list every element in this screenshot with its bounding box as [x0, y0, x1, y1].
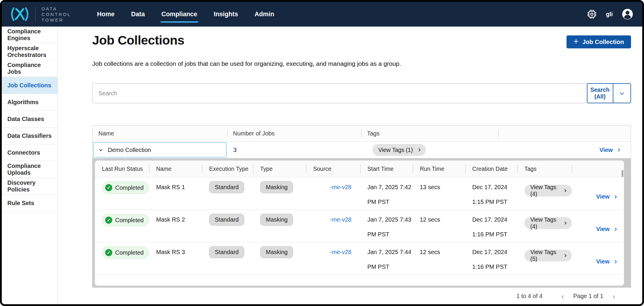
collection-expand-toggle[interactable]: Demo Collection: [93, 142, 227, 158]
sidebar-item-hyperscale-orchestrators[interactable]: Hyperscale Orchestrators: [2, 43, 57, 60]
sidebar-item-data-classifiers[interactable]: Data Classifiers: [2, 127, 57, 144]
nav-item-compliance[interactable]: Compliance: [161, 11, 197, 18]
job-run-time: 12 secs: [413, 249, 465, 274]
job-tags-cell: View Tags (4): [517, 216, 572, 242]
job-status-cell: Completed: [95, 184, 149, 210]
job-tags-cell: View Tags (5): [517, 249, 572, 274]
chevron-right-icon: [563, 222, 567, 225]
chevron-left-icon: [562, 295, 565, 298]
source-link[interactable]: -me-v28: [330, 184, 351, 190]
collection-tags-cell: View Tags (1): [361, 144, 498, 156]
job-creation-date: Dec 17, 2024 1:15 PM PST: [465, 184, 517, 210]
job-view-cell: View: [572, 249, 624, 274]
next-page-button[interactable]: [611, 292, 616, 301]
job-tags-cell: View Tags (4): [517, 184, 572, 210]
sidebar-item-rule-sets[interactable]: Rule Sets: [2, 195, 57, 212]
status-badge: Completed: [102, 181, 149, 194]
collection-view-cell: View: [498, 147, 631, 153]
sidebar-item-discovery-policies[interactable]: Discovery Policies: [2, 178, 57, 195]
expanded-jobs-region: Last Run Status Name Execution Type Type…: [93, 158, 631, 287]
job-source-cell: -me-v28: [306, 249, 360, 274]
chevron-down-icon: [620, 91, 624, 95]
column-header-tags: Tags: [361, 130, 498, 137]
main-content: Job Collections + Job Collection Job col…: [58, 27, 642, 304]
sidebar-item-compliance-jobs[interactable]: Compliance Jobs: [2, 60, 57, 77]
sidebar-item-compliance-engines[interactable]: Compliance Engines: [2, 27, 57, 43]
cpu-icon[interactable]: [587, 9, 597, 19]
source-link[interactable]: -me-v28: [330, 249, 351, 255]
chevron-right-icon: [563, 189, 567, 192]
brand: DATA CONTROL TOWER: [9, 5, 71, 23]
previous-page-button[interactable]: [561, 292, 566, 301]
job-start-time: Jan 7, 2025 7:43 PM PST: [360, 216, 413, 242]
search-bar: Search (All): [92, 83, 631, 103]
column-header-number-of-jobs: Number of Jobs: [227, 130, 361, 137]
job-status-cell: Completed: [95, 216, 149, 242]
pagination-bar: 1 to 4 of 4 Page 1 of 1: [92, 288, 631, 304]
job-row: Completed Mask RS 1 Standard Masking: [95, 177, 624, 210]
collection-row: Demo Collection 3 View Tags (1): [93, 142, 631, 158]
execution-type-badge: Standard: [209, 214, 244, 226]
job-view-link[interactable]: View: [596, 184, 616, 210]
type-badge: Masking: [260, 214, 293, 226]
navbar-right: gli: [587, 8, 633, 20]
job-view-link[interactable]: View: [596, 216, 616, 242]
check-circle-icon: [105, 184, 112, 191]
job-row: Completed Mask RS 2 Standard Masking: [95, 210, 624, 242]
nav-item-data[interactable]: Data: [131, 11, 145, 18]
job-creation-date: Dec 17, 2024 1:16 PM PST: [465, 216, 517, 242]
job-start-time: Jan 7, 2025 7:44 PM PST: [360, 249, 413, 274]
account-avatar-icon[interactable]: [622, 8, 633, 20]
execution-type-badge: Standard: [209, 246, 244, 258]
nav-item-home[interactable]: Home: [97, 11, 115, 18]
pagination-page-label: Page 1 of 1: [573, 293, 603, 300]
collection-view-link[interactable]: View: [600, 147, 620, 153]
search-scope-dropdown[interactable]: [613, 84, 630, 103]
sidebar-item-data-classes[interactable]: Data Classes: [2, 111, 57, 127]
nav-item-insights[interactable]: Insights: [214, 11, 238, 18]
sidebar-item-algorithms[interactable]: Algorithms: [2, 94, 57, 111]
column-header-run-time: Run Time: [413, 165, 465, 173]
page-description: Job collections are a collection of jobs…: [92, 60, 631, 67]
view-tags-button[interactable]: View Tags (4): [524, 185, 572, 197]
search-button-group: Search (All): [587, 83, 631, 103]
job-view-cell: View: [572, 216, 624, 242]
column-header-source: Source: [306, 165, 360, 173]
plus-icon: +: [574, 37, 579, 46]
column-header-name: Name: [93, 130, 227, 137]
sidebar-item-compliance-uploads[interactable]: Compliance Uploads: [2, 161, 57, 178]
job-execution-type-cell: Standard: [202, 184, 253, 210]
view-tags-button[interactable]: View Tags (1): [372, 144, 426, 156]
collection-number-of-jobs: 3: [227, 147, 361, 153]
type-badge: Masking: [260, 246, 293, 258]
job-execution-type-cell: Standard: [202, 216, 253, 242]
collection-name: Demo Collection: [108, 147, 151, 153]
job-start-time: Jan 7, 2025 7:42 PM PST: [360, 184, 413, 210]
check-circle-icon: [105, 217, 112, 224]
collection-name-cell: Demo Collection: [93, 142, 227, 158]
job-view-link[interactable]: View: [596, 249, 616, 274]
job-run-time: 12 secs: [413, 216, 465, 242]
status-badge: Completed: [102, 246, 149, 259]
add-job-collection-button[interactable]: + Job Collection: [567, 35, 631, 48]
column-header-execution-type: Execution Type: [202, 165, 253, 173]
job-source-cell: -me-v28: [306, 184, 360, 210]
search-input[interactable]: [92, 83, 631, 103]
nav-item-admin[interactable]: Admin: [255, 11, 274, 18]
check-circle-icon: [105, 249, 112, 256]
sidebar-item-job-collections[interactable]: Job Collections: [2, 77, 57, 94]
job-name: Mask RS 2: [149, 216, 202, 242]
job-execution-type-cell: Standard: [202, 249, 253, 274]
column-header-start-time: Start Time: [360, 165, 413, 173]
chevron-right-icon: [563, 254, 567, 257]
view-tags-button[interactable]: View Tags (4): [524, 217, 572, 229]
sidebar-item-connectors[interactable]: Connectors: [2, 144, 57, 161]
sidebar: Compliance Engines Hyperscale Orchestrat…: [2, 27, 58, 304]
dct-logo-icon: [9, 5, 31, 23]
source-link[interactable]: -me-v28: [330, 216, 351, 223]
partial-row: [95, 275, 624, 285]
search-all-button[interactable]: Search (All): [587, 84, 613, 103]
view-tags-button[interactable]: View Tags (5): [524, 250, 572, 261]
chevron-right-icon: [417, 148, 421, 151]
vertical-scrollbar[interactable]: [622, 170, 623, 177]
